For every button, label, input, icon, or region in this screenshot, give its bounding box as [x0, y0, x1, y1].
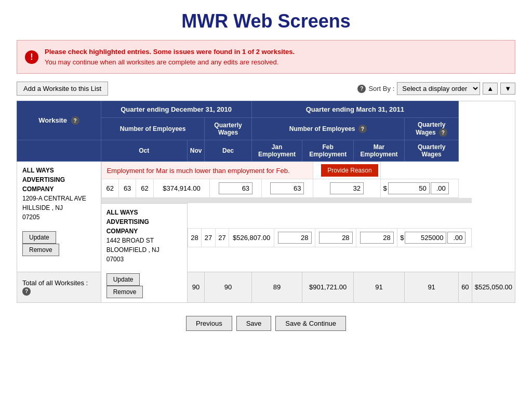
- totals-jan-emp: 91: [353, 272, 404, 302]
- ws1-mar-emp-input[interactable]: [330, 182, 364, 194]
- alert-icon: !: [25, 50, 38, 64]
- ws2-dec: 27: [215, 228, 229, 247]
- ws1-update-button[interactable]: Update: [22, 231, 56, 244]
- totals-dec: 89: [251, 272, 302, 302]
- worksite-2-info: ALL WAYS ADVERTISING COMPANY 1442 BROAD …: [101, 203, 187, 302]
- ws2-feb-emp-input[interactable]: [319, 232, 353, 244]
- ws2-wages-dollars-input[interactable]: [405, 232, 446, 244]
- worksite-1-info: ALL WAYS ADVERTISING COMPANY 1209-A CENT…: [17, 162, 101, 272]
- totals-feb-emp: 91: [405, 272, 459, 302]
- totals-q1-wages: $901,721.00: [302, 272, 353, 302]
- col-q2-header: Quarter ending March 31, 2011: [251, 101, 459, 118]
- save-button[interactable]: Save: [236, 316, 272, 331]
- dec-header: Dec: [205, 140, 251, 162]
- worksite-help-icon[interactable]: ?: [71, 116, 79, 125]
- sort-label: Sort By :: [368, 85, 394, 92]
- col-q1-num-emp-header: Number of Employees: [101, 118, 205, 140]
- num-emp-help-icon[interactable]: ?: [358, 125, 367, 133]
- worksite-sub-header: [17, 140, 101, 162]
- table-row: ALL WAYS ADVERTISING COMPANY 1209-A CENT…: [17, 162, 515, 198]
- alert-text: Please check highlighted entries. Some i…: [45, 47, 295, 67]
- totals-help-icon[interactable]: ?: [22, 287, 31, 296]
- sort-desc-button[interactable]: ▼: [500, 83, 515, 95]
- ws2-update-button[interactable]: Update: [107, 273, 140, 286]
- ws2-jan-emp-input[interactable]: [278, 232, 312, 244]
- ws2-q1-wages: $526,807.00: [229, 228, 274, 247]
- feb-emp-header: Feb Employment: [302, 140, 353, 162]
- totals-row: Total of all Worksites : ? 90 90 89 $901…: [17, 272, 515, 302]
- sort-asc-button[interactable]: ▲: [483, 83, 498, 95]
- mar-emp-header: Mar Employment: [353, 140, 404, 162]
- ws1-wages-dollars-input[interactable]: [388, 182, 430, 194]
- col-q2-wages-header: Quarterly Wages ?: [405, 118, 459, 140]
- ws2-nov: 27: [202, 228, 216, 247]
- ws1-jan-emp-input[interactable]: [219, 182, 252, 194]
- previous-button[interactable]: Previous: [186, 316, 232, 331]
- ws1-q1-wages: $374,914.00: [153, 179, 210, 198]
- qtr-wages-header: Quarterly Wages: [405, 140, 459, 162]
- alert-bar: ! Please check highlighted entries. Some…: [17, 40, 515, 74]
- ws1-error-message: Employment for Mar is much lower than em…: [101, 162, 313, 179]
- jan-emp-header: Jan Employment: [251, 140, 302, 162]
- page-title: MWR Web Screens: [0, 0, 532, 40]
- col-q1-wages-header: Quarterly Wages: [205, 118, 251, 140]
- sort-select[interactable]: Select a display orderWorksite NameWorks…: [397, 82, 480, 95]
- ws1-oct: 62: [101, 179, 118, 198]
- ws2-wages-cents-input[interactable]: [447, 232, 466, 244]
- ws2-mar-emp-input[interactable]: [360, 232, 394, 244]
- main-table: Worksite ? Quarter ending December 31, 2…: [17, 101, 515, 303]
- col-worksite-header: Worksite ?: [17, 101, 101, 140]
- ws1-nov: 63: [118, 179, 136, 198]
- col-q1-header: Quarter ending December 31, 2010: [101, 101, 251, 118]
- totals-oct: 90: [187, 272, 205, 302]
- ws1-dec: 62: [136, 179, 153, 198]
- totals-mar-emp: 60: [459, 272, 472, 302]
- oct-header: Oct: [101, 140, 187, 162]
- totals-nov: 90: [205, 272, 251, 302]
- sort-help-icon[interactable]: ?: [357, 85, 366, 93]
- col-q2-num-emp-header: Number of Employees ?: [251, 118, 405, 140]
- sort-area: ? Sort By : Select a display orderWorksi…: [357, 82, 515, 95]
- ws2-oct: 28: [188, 228, 202, 247]
- ws1-provide-reason-button[interactable]: Provide Reason: [321, 164, 378, 177]
- ws1-wages-cents-input[interactable]: [431, 182, 449, 194]
- totals-qtr-wages: $525,050.00: [472, 272, 515, 302]
- ws2-remove-button[interactable]: Remove: [107, 286, 143, 298]
- add-worksite-button[interactable]: Add a Worksite to this List: [17, 82, 108, 96]
- toolbar: Add a Worksite to this List ? Sort By : …: [17, 82, 515, 96]
- footer-buttons: Previous Save Save & Continue: [17, 316, 515, 331]
- totals-label: Total of all Worksites : ?: [17, 272, 101, 302]
- ws1-remove-button[interactable]: Remove: [22, 244, 59, 256]
- nov-header: Nov: [187, 140, 205, 162]
- save-continue-button[interactable]: Save & Continue: [275, 316, 346, 331]
- ws1-feb-emp-input[interactable]: [270, 182, 304, 194]
- wages-help-icon[interactable]: ?: [439, 128, 447, 137]
